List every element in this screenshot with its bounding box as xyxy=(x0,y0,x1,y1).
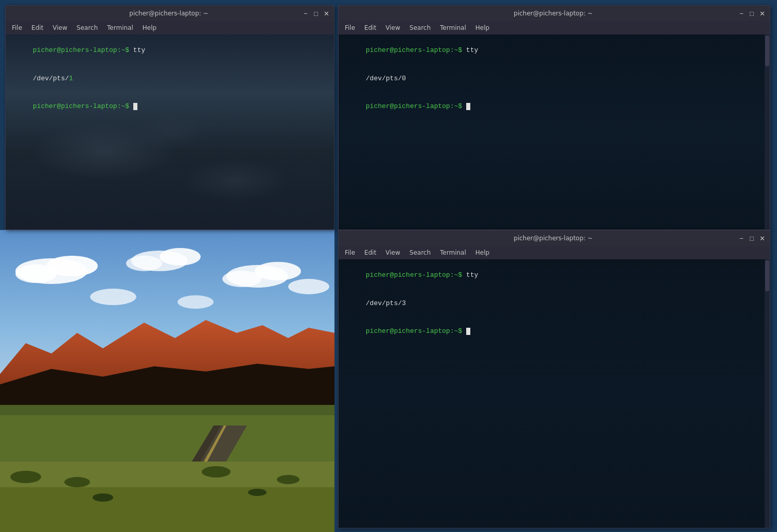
terminal-line-3-3: picher@pichers-laptop:~$ xyxy=(342,317,767,346)
window-controls-1: − □ ✕ xyxy=(302,10,330,17)
minimize-button-1[interactable]: − xyxy=(302,10,309,17)
menu-help-3[interactable]: Help xyxy=(471,248,493,257)
menu-search-1[interactable]: Search xyxy=(73,23,102,32)
menu-view-2[interactable]: View xyxy=(381,23,404,32)
window-controls-3: − □ ✕ xyxy=(738,235,766,242)
menu-view-1[interactable]: View xyxy=(48,23,71,32)
title-bar-3: picher@pichers-laptop: ~ − □ ✕ xyxy=(339,230,770,246)
title-bar-2: picher@pichers-laptop: ~ − □ ✕ xyxy=(339,6,770,21)
terminal-line-1-2: /dev/pts/1 xyxy=(9,65,331,93)
close-button-2[interactable]: ✕ xyxy=(758,10,766,17)
terminal-line-2-3: picher@pichers-laptop:~$ xyxy=(342,93,767,121)
terminal-line-1-1: picher@pichers-laptop:~$ tty xyxy=(9,37,331,65)
maximize-button-2[interactable]: □ xyxy=(748,10,755,17)
menu-help-2[interactable]: Help xyxy=(471,23,493,32)
terminal-body-1[interactable]: picher@pichers-laptop:~$ tty /dev/pts/1 … xyxy=(6,34,334,229)
minimize-button-3[interactable]: − xyxy=(738,235,745,242)
menu-file-3[interactable]: File xyxy=(341,248,359,257)
scrollbar-3[interactable] xyxy=(765,259,770,528)
svg-point-10 xyxy=(90,289,136,305)
menu-edit-2[interactable]: Edit xyxy=(360,23,380,32)
terminal-window-2: picher@pichers-laptop: ~ − □ ✕ File Edit… xyxy=(338,5,770,230)
menu-help-1[interactable]: Help xyxy=(138,23,161,32)
close-button-3[interactable]: ✕ xyxy=(758,235,766,242)
terminal-line-3-2: /dev/pts/3 xyxy=(342,290,767,318)
cursor-3 xyxy=(466,328,470,335)
close-button-1[interactable]: ✕ xyxy=(323,10,330,17)
menu-file-2[interactable]: File xyxy=(341,23,359,32)
terminal-line-2-1: picher@pichers-laptop:~$ tty xyxy=(342,37,767,65)
svg-point-24 xyxy=(202,466,231,477)
maximize-button-3[interactable]: □ xyxy=(748,235,755,242)
scrollbar-thumb-2[interactable] xyxy=(765,36,769,66)
svg-point-26 xyxy=(93,493,113,502)
svg-point-3 xyxy=(15,264,57,283)
svg-point-6 xyxy=(126,256,162,271)
svg-point-11 xyxy=(178,295,214,309)
desktop-wallpaper xyxy=(0,230,334,532)
scrollbar-thumb-3[interactable] xyxy=(765,260,769,291)
svg-point-8 xyxy=(255,262,301,280)
svg-point-27 xyxy=(248,489,267,496)
svg-point-25 xyxy=(277,475,299,484)
svg-point-23 xyxy=(64,477,90,487)
svg-point-9 xyxy=(222,271,261,287)
menu-terminal-3[interactable]: Terminal xyxy=(436,248,470,257)
terminal-body-2[interactable]: picher@pichers-laptop:~$ tty /dev/pts/0 … xyxy=(339,34,770,229)
menu-edit-1[interactable]: Edit xyxy=(27,23,47,32)
menu-terminal-1[interactable]: Terminal xyxy=(103,23,137,32)
title-2: picher@pichers-laptop: ~ xyxy=(368,10,738,17)
window-controls-2: − □ ✕ xyxy=(738,10,766,17)
svg-rect-21 xyxy=(0,487,334,532)
terminal-line-3-1: picher@pichers-laptop:~$ tty xyxy=(342,261,767,290)
menu-bar-1: File Edit View Search Terminal Help xyxy=(6,21,334,34)
terminal-line-1-3: picher@pichers-laptop:~$ xyxy=(9,93,331,121)
menu-bar-2: File Edit View Search Terminal Help xyxy=(339,21,770,34)
scrollbar-2[interactable] xyxy=(765,34,770,229)
terminal-window-3: picher@pichers-laptop: ~ − □ ✕ File Edit… xyxy=(338,230,770,528)
menu-view-3[interactable]: View xyxy=(381,248,404,257)
menu-file-1[interactable]: File xyxy=(8,23,26,32)
menu-edit-3[interactable]: Edit xyxy=(360,248,380,257)
title-3: picher@pichers-laptop: ~ xyxy=(368,235,738,242)
menu-search-3[interactable]: Search xyxy=(405,248,435,257)
cursor-2 xyxy=(466,103,470,110)
terminal-body-3[interactable]: picher@pichers-laptop:~$ tty /dev/pts/3 … xyxy=(339,259,770,528)
menu-terminal-2[interactable]: Terminal xyxy=(436,23,470,32)
maximize-button-1[interactable]: □ xyxy=(312,10,320,17)
terminal-line-2-2: /dev/pts/0 xyxy=(342,65,767,93)
svg-point-5 xyxy=(160,248,201,265)
menu-search-2[interactable]: Search xyxy=(405,23,435,32)
title-bar-1: picher@pichers-laptop: ~ − □ ✕ xyxy=(6,6,334,21)
minimize-button-2[interactable]: − xyxy=(738,10,745,17)
svg-point-12 xyxy=(288,279,329,294)
terminal-window-1: picher@pichers-laptop: ~ − □ ✕ File Edit… xyxy=(5,5,334,230)
title-1: picher@pichers-laptop: ~ xyxy=(36,10,302,17)
svg-point-22 xyxy=(10,471,41,483)
cursor-1 xyxy=(133,103,137,110)
menu-bar-3: File Edit View Search Terminal Help xyxy=(339,246,770,259)
